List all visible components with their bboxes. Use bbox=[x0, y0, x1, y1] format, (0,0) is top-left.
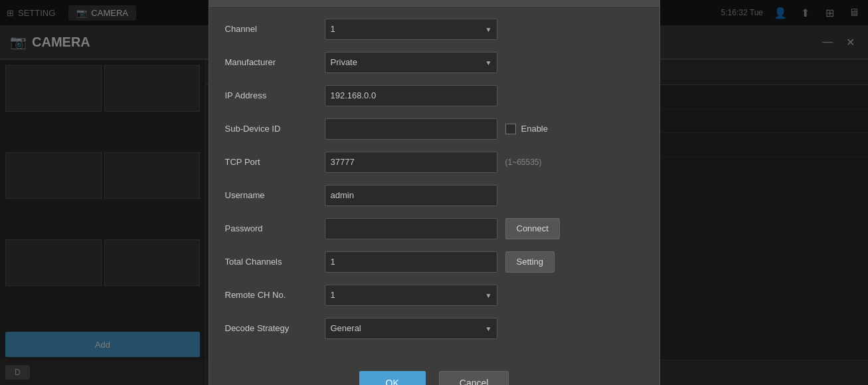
ip-address-control bbox=[325, 85, 497, 106]
total-channels-input[interactable] bbox=[325, 251, 497, 273]
channel-control: 1 bbox=[325, 19, 497, 40]
sub-device-control bbox=[325, 118, 497, 140]
modal-body: Channel 1 Manufacturer Private bbox=[209, 7, 659, 360]
decode-strategy-control: General bbox=[325, 318, 497, 339]
channel-row: Channel 1 bbox=[225, 17, 644, 41]
remote-ch-label: Remote CH No. bbox=[225, 290, 325, 300]
cancel-button[interactable]: Cancel bbox=[439, 371, 509, 386]
remote-ch-select[interactable]: 1 bbox=[325, 285, 497, 306]
manufacturer-control: Private bbox=[325, 52, 497, 73]
manufacturer-label: Manufacturer bbox=[225, 57, 325, 67]
username-row: Username bbox=[225, 184, 644, 207]
username-label: Username bbox=[225, 190, 325, 200]
total-channels-row: Total Channels Setting bbox=[225, 250, 644, 274]
total-channels-control bbox=[325, 251, 497, 273]
decode-strategy-label: Decode Strategy bbox=[225, 323, 325, 333]
username-input[interactable] bbox=[325, 185, 497, 206]
password-row: Password Connect bbox=[225, 217, 644, 241]
password-label: Password bbox=[225, 223, 325, 233]
password-input[interactable] bbox=[325, 218, 497, 239]
tcp-port-label: TCP Port bbox=[225, 157, 325, 167]
tcp-port-hint: (1~65535) bbox=[505, 158, 542, 167]
sub-device-input[interactable] bbox=[325, 118, 497, 140]
password-control bbox=[325, 218, 497, 239]
ip-address-row: IP Address bbox=[225, 84, 644, 108]
ip-address-input[interactable] bbox=[325, 85, 497, 106]
channel-select[interactable]: 1 bbox=[325, 19, 497, 40]
sub-device-label: Sub-Device ID bbox=[225, 124, 325, 134]
remote-ch-row: Remote CH No. 1 bbox=[225, 283, 644, 307]
tcp-port-control bbox=[325, 152, 497, 173]
tcp-port-input[interactable] bbox=[325, 152, 497, 173]
enable-checkbox[interactable] bbox=[505, 124, 516, 134]
decode-strategy-select[interactable]: General bbox=[325, 318, 497, 339]
remote-ch-control: 1 bbox=[325, 285, 497, 306]
ok-button[interactable]: OK bbox=[359, 371, 426, 386]
ip-address-label: IP Address bbox=[225, 90, 325, 100]
manufacturer-row: Manufacturer Private bbox=[225, 51, 644, 74]
enable-group: Enable bbox=[505, 124, 548, 134]
modal-overlay: Manual Add ✕ Channel 1 Manufacturer bbox=[0, 0, 868, 385]
manual-add-modal: Manual Add ✕ Channel 1 Manufacturer bbox=[209, 0, 660, 385]
username-control bbox=[325, 185, 497, 206]
manufacturer-select[interactable]: Private bbox=[325, 52, 497, 73]
modal-footer: OK Cancel bbox=[209, 360, 659, 386]
decode-strategy-row: Decode Strategy General bbox=[225, 317, 644, 340]
enable-label: Enable bbox=[521, 124, 548, 134]
tcp-port-row: TCP Port (1~65535) bbox=[225, 150, 644, 174]
setting-button[interactable]: Setting bbox=[505, 251, 555, 273]
connect-button[interactable]: Connect bbox=[505, 218, 560, 239]
sub-device-row: Sub-Device ID Enable bbox=[225, 117, 644, 141]
channel-label: Channel bbox=[225, 24, 325, 34]
modal-header: Manual Add ✕ bbox=[209, 0, 659, 7]
total-channels-label: Total Channels bbox=[225, 257, 325, 267]
